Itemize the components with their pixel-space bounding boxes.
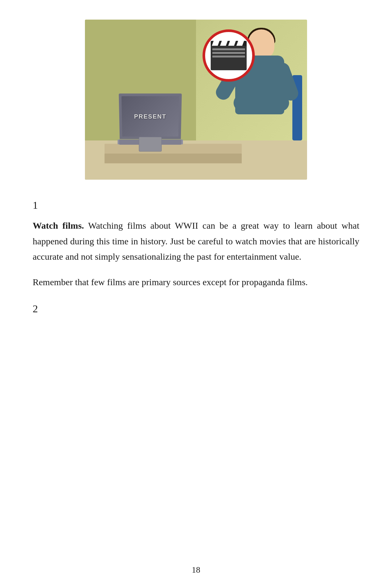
content-section: 1 Watch films. Watching films about WWII… <box>33 199 359 315</box>
laptop-trackpad <box>139 137 162 152</box>
step-1-text: Watch films. Watching films about WWII c… <box>33 218 359 265</box>
laptop-screen-text: PRESENT <box>134 113 166 120</box>
page-number: 18 <box>192 565 200 575</box>
step-1-title: Watch films. <box>33 220 84 231</box>
illustration-container: PRESENT <box>85 20 307 180</box>
step-2-number: 2 <box>33 303 359 315</box>
laptop-screen: PRESENT <box>122 96 179 137</box>
clapperboard-circle <box>203 29 255 82</box>
step-1-number: 1 <box>33 199 359 211</box>
illustration: PRESENT <box>85 20 307 180</box>
clapper-body-lines <box>211 46 247 62</box>
desk-top <box>105 144 242 154</box>
clapper-line-3 <box>212 56 245 57</box>
clapper-line-2 <box>212 52 245 54</box>
step-1-note: Remember that few films are primary sour… <box>33 274 359 290</box>
clapperboard <box>211 41 247 70</box>
clapper-line-1 <box>212 48 245 50</box>
clapper-body <box>211 46 247 70</box>
person-crossed-arms <box>234 95 289 111</box>
page-container: PRESENT <box>0 0 392 588</box>
laptop-screen-housing: PRESENT <box>119 93 182 139</box>
desk-front <box>105 154 242 163</box>
